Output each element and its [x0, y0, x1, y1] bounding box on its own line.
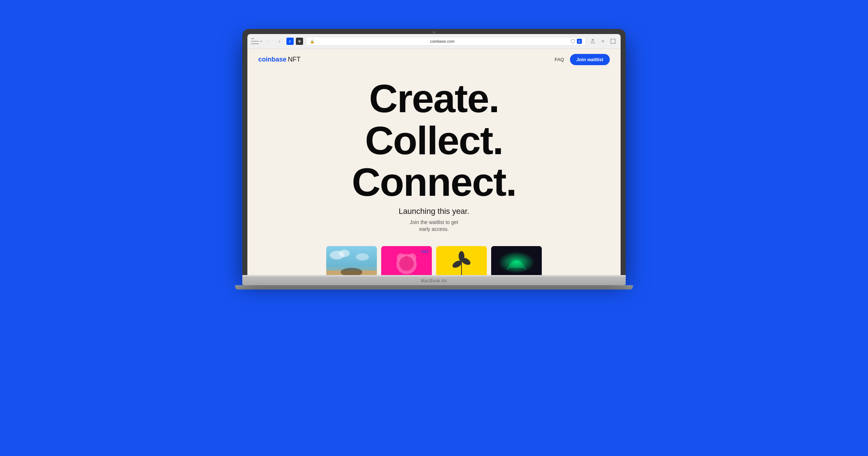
logo-nft: NFT [288, 56, 301, 63]
website-content: coinbase NFT FAQ Join waitlist Create. C… [247, 49, 621, 275]
faq-link[interactable]: FAQ [555, 57, 564, 62]
browser-extensions: C [286, 38, 303, 45]
waitlist-sub-text: Join the waitlist to getearly access. [410, 219, 458, 233]
share-button[interactable] [589, 37, 597, 45]
back-button[interactable]: ‹ [265, 37, 273, 45]
nft-card-yellow [436, 246, 487, 275]
svg-point-20 [459, 251, 464, 261]
camera-dot [433, 31, 435, 34]
shield-icon [570, 39, 575, 44]
screen-bezel: ▾ ‹ › C [247, 34, 621, 275]
address-bar[interactable]: 🔒 coinbase.com C [306, 37, 586, 46]
laptop-wrapper: ▾ ‹ › C [242, 29, 626, 427]
laptop-base: MacBook Air [242, 275, 626, 285]
address-bar-actions: C [570, 39, 582, 44]
laptop-model-label: MacBook Air [421, 278, 447, 283]
nft-previews: OGZ [326, 246, 542, 275]
headline-line-1: Create. [352, 77, 516, 119]
browser-controls-left: ▾ [251, 38, 262, 44]
browser-actions-right: + [589, 37, 617, 45]
plus-icon: + [601, 38, 604, 45]
svg-point-14 [399, 256, 414, 271]
svg-text:C: C [289, 40, 291, 43]
nft-card-dark [491, 246, 542, 275]
forward-button[interactable]: › [276, 37, 284, 45]
headline-line-3: Connect. [352, 161, 516, 203]
nft-card-sky [326, 246, 377, 275]
extension-icon-dark[interactable] [296, 38, 303, 45]
svg-point-7 [356, 253, 369, 261]
sidebar-toggle-button[interactable] [251, 38, 259, 44]
join-waitlist-button[interactable]: Join waitlist [570, 54, 610, 65]
headline-line-2: Collect. [352, 119, 516, 161]
fullscreen-button[interactable] [609, 37, 617, 45]
site-nav: coinbase NFT FAQ Join waitlist [247, 49, 621, 70]
logo-coinbase: coinbase [258, 56, 286, 63]
hero-headline: Create. Collect. Connect. [352, 77, 516, 203]
laptop-screen: ▾ ‹ › C [242, 29, 626, 275]
svg-text:OGZ: OGZ [421, 250, 429, 253]
new-tab-button[interactable]: + [599, 37, 607, 45]
nft-card-pink: OGZ [381, 246, 432, 275]
url-text: coinbase.com [316, 39, 568, 43]
extension-icon-blue[interactable]: C [286, 38, 294, 45]
site-logo: coinbase NFT [258, 56, 301, 63]
laptop-foot [235, 285, 633, 290]
lock-icon: 🔒 [310, 39, 314, 43]
svg-rect-3 [611, 39, 615, 43]
launching-text: Launching this year. [399, 207, 469, 216]
coinbase-favicon-icon: C [577, 39, 582, 44]
nav-right: FAQ Join waitlist [555, 54, 610, 65]
sidebar-chevron-icon: ▾ [260, 40, 262, 43]
svg-point-6 [339, 250, 350, 257]
browser-chrome: ▾ ‹ › C [247, 34, 621, 49]
hero-section: Create. Collect. Connect. Launching this… [247, 70, 621, 275]
